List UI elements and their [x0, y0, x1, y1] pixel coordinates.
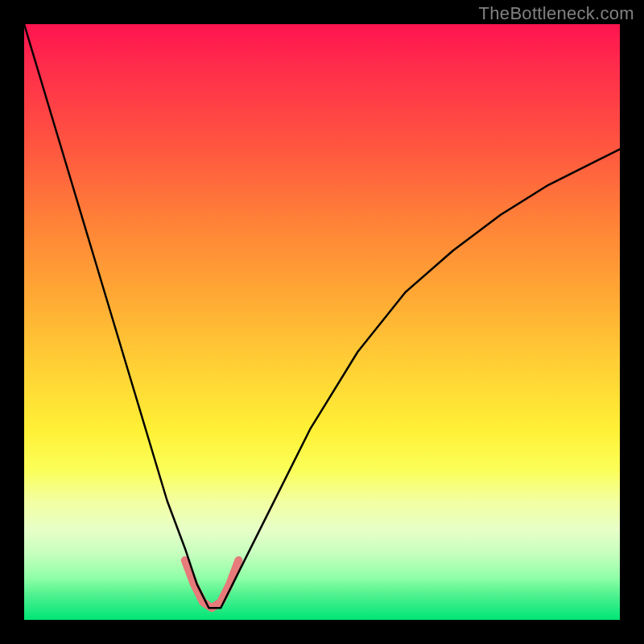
chart-frame: TheBottleneck.com	[0, 0, 644, 644]
curve-svg	[24, 24, 620, 620]
bottleneck-curve-path	[24, 24, 620, 608]
watermark-text: TheBottleneck.com	[479, 3, 634, 24]
dip-highlight-path	[185, 560, 239, 608]
plot-area	[24, 24, 620, 620]
